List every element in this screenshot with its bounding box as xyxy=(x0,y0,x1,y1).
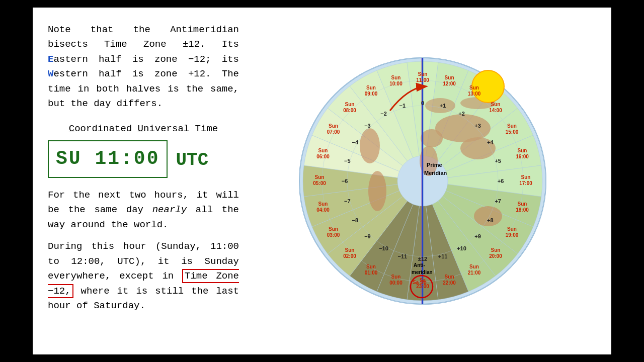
svg-text:−3: −3 xyxy=(364,123,371,129)
svg-text:−8: −8 xyxy=(352,217,358,223)
svg-text:0: 0 xyxy=(421,100,424,106)
svg-text:07:00: 07:00 xyxy=(327,129,340,135)
svg-text:−6: −6 xyxy=(342,178,348,184)
svg-text:13:00: 13:00 xyxy=(468,91,481,97)
svg-text:+8: +8 xyxy=(487,217,494,223)
svg-text:18:00: 18:00 xyxy=(516,207,529,213)
clock-row: SU 11:00 UTC xyxy=(48,140,239,180)
svg-text:Sun: Sun xyxy=(491,247,501,253)
svg-text:Sun: Sun xyxy=(318,148,328,153)
svg-text:Sun: Sun xyxy=(345,102,355,107)
italic-nearly: nearly xyxy=(152,204,187,215)
svg-text:17:00: 17:00 xyxy=(519,180,532,186)
svg-text:Sun: Sun xyxy=(318,201,328,207)
svg-text:Sun: Sun xyxy=(329,226,338,232)
svg-text:Sun: Sun xyxy=(315,174,325,180)
svg-text:Sun: Sun xyxy=(329,123,338,129)
clock-display: SU 11:00 xyxy=(56,148,159,169)
svg-text:Sun: Sun xyxy=(469,264,479,269)
clock-time: 11:00 xyxy=(95,148,159,169)
svg-text:04:00: 04:00 xyxy=(316,207,330,213)
svg-text:Sun: Sun xyxy=(518,201,527,207)
antimeridian-label: Anti- xyxy=(414,262,425,268)
svg-text:Sun: Sun xyxy=(391,75,400,80)
svg-text:Sun: Sun xyxy=(507,123,517,129)
svg-text:08:00: 08:00 xyxy=(343,108,356,113)
svg-text:meridian: meridian xyxy=(412,269,433,275)
svg-text:+2: +2 xyxy=(458,111,465,117)
svg-point-5 xyxy=(474,206,502,226)
svg-point-7 xyxy=(368,171,386,211)
svg-text:Sun: Sun xyxy=(418,71,428,77)
svg-text:Sun: Sun xyxy=(366,264,376,269)
svg-text:03:00: 03:00 xyxy=(327,232,340,238)
svg-text:Sun: Sun xyxy=(521,174,531,180)
svg-text:09:00: 09:00 xyxy=(365,91,378,97)
svg-text:05:00: 05:00 xyxy=(313,180,326,186)
svg-point-6 xyxy=(360,128,380,163)
svg-text:−4: −4 xyxy=(352,139,358,145)
svg-text:+10: +10 xyxy=(457,245,466,251)
clock-day: SU xyxy=(56,148,82,169)
svg-text:−1: −1 xyxy=(399,103,406,109)
during-paragraph: During this hour (Sunday, 11:00 to 12:00… xyxy=(48,239,239,313)
svg-text:00:00: 00:00 xyxy=(389,280,403,286)
svg-text:Sun: Sun xyxy=(491,102,501,107)
svg-text:Sun: Sun xyxy=(518,148,527,153)
main-container: Note that the Antimeridian bisects Time … xyxy=(33,8,611,354)
svg-text:−5: −5 xyxy=(344,158,351,164)
svg-text:14:00: 14:00 xyxy=(489,108,502,113)
next-paragraph: For the next two hours, it will be the s… xyxy=(48,188,239,232)
svg-text:15:00: 15:00 xyxy=(506,129,519,135)
svg-text:−2: −2 xyxy=(380,111,387,117)
svg-text:Sun: Sun xyxy=(445,274,454,280)
eastern-highlight: E xyxy=(48,54,53,65)
svg-text:Sun: Sun xyxy=(507,226,517,232)
svg-text:16:00: 16:00 xyxy=(516,154,529,159)
svg-text:+5: +5 xyxy=(495,158,501,164)
svg-text:22:00: 22:00 xyxy=(443,280,456,286)
svg-text:11:00: 11:00 xyxy=(416,77,429,83)
globe-svg: 0+1+2+3+4+5+6+7+8+9+10+11−1−2−3−4−5−6−7−… xyxy=(292,50,553,312)
svg-text:10:00: 10:00 xyxy=(389,81,403,86)
clock-box: SU 11:00 xyxy=(48,140,168,178)
svg-text:01:00: 01:00 xyxy=(365,270,378,276)
svg-text:Sun: Sun xyxy=(345,247,355,253)
note-paragraph: Note that the Antimeridian bisects Time … xyxy=(48,23,239,112)
svg-text:+6: +6 xyxy=(498,178,504,184)
western-highlight: W xyxy=(48,68,53,79)
left-panel: Note that the Antimeridian bisects Time … xyxy=(48,18,239,320)
svg-text:+9: +9 xyxy=(474,233,481,239)
svg-text:12:00: 12:00 xyxy=(443,81,456,86)
svg-text:−11: −11 xyxy=(398,253,408,259)
cut-label: Coordinated Universal Time xyxy=(48,122,239,136)
svg-text:Sun: Sun xyxy=(366,85,376,90)
svg-text:Meridian: Meridian xyxy=(424,170,447,176)
svg-text:Sun: Sun xyxy=(469,85,479,90)
svg-text:Su: Su xyxy=(420,280,427,285)
svg-text:19:00: 19:00 xyxy=(506,232,519,238)
utc-label: UTC xyxy=(176,146,208,174)
svg-text:+4: +4 xyxy=(487,139,494,145)
svg-text:02:00: 02:00 xyxy=(343,253,356,259)
svg-text:Sun: Sun xyxy=(391,274,400,280)
svg-text:06:00: 06:00 xyxy=(316,154,330,159)
svg-text:−10: −10 xyxy=(379,245,388,251)
right-panel: 0+1+2+3+4+5+6+7+8+9+10+11−1−2−3−4−5−6−7−… xyxy=(249,18,596,344)
svg-text:+11: +11 xyxy=(438,253,448,259)
svg-text:Sa: Sa xyxy=(413,280,419,285)
svg-text:−7: −7 xyxy=(344,198,351,204)
svg-text:±12: ±12 xyxy=(418,256,427,262)
svg-text:+7: +7 xyxy=(495,198,501,204)
prime-meridian-label: Prime xyxy=(427,162,442,168)
svg-text:−9: −9 xyxy=(364,233,371,239)
svg-text:+3: +3 xyxy=(474,123,481,129)
svg-text:20:00: 20:00 xyxy=(489,253,502,259)
svg-text:+1: +1 xyxy=(440,103,446,109)
svg-text:21:00: 21:00 xyxy=(468,270,481,276)
svg-text:Sun: Sun xyxy=(445,75,454,80)
timezone-box: Time Zone −12, xyxy=(48,269,239,298)
